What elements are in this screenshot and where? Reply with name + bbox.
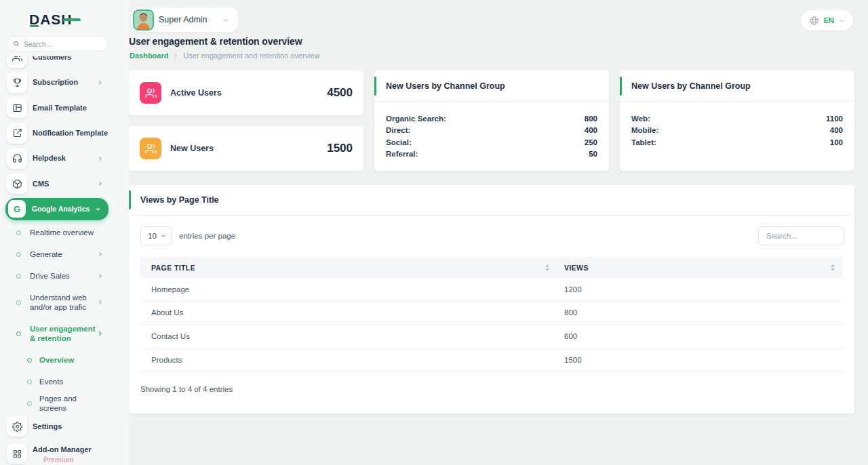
table-footer-status: Showing 1 to 4 of 4 entries bbox=[140, 385, 843, 393]
google-analytics-icon: G bbox=[8, 200, 26, 218]
sidebar-subitem-drive-sales[interactable]: Drive Sales bbox=[0, 265, 129, 287]
circle-icon bbox=[16, 252, 21, 257]
logo-accent-underline bbox=[30, 25, 39, 27]
grid-icon bbox=[7, 443, 27, 464]
circle-icon bbox=[27, 380, 32, 384]
accent-bar bbox=[620, 77, 622, 96]
table-row: Homepage1200 bbox=[140, 278, 843, 302]
views-by-page-title-card: Views by Page Title 10 entries per page … bbox=[129, 185, 854, 413]
sidebar-subitem-user-engagement-retention[interactable]: User engagement & retention bbox=[0, 318, 129, 349]
users-icon bbox=[140, 82, 161, 104]
breadcrumb-dashboard-link[interactable]: Dashboard bbox=[130, 52, 168, 60]
entries-per-page-label: entries per page bbox=[179, 232, 235, 240]
new-users-value: 1500 bbox=[327, 142, 353, 155]
circle-icon bbox=[27, 358, 32, 363]
chevron-right-icon bbox=[97, 79, 103, 85]
table-row: About Us800 bbox=[140, 302, 843, 325]
sidebar-subitem-understand-web-traffic[interactable]: Understand web and/or app trafic bbox=[0, 287, 129, 318]
chevron-right-icon bbox=[173, 53, 178, 58]
chevron-down-icon bbox=[222, 17, 229, 23]
language-selector[interactable]: EN bbox=[801, 10, 853, 31]
sort-icon[interactable] bbox=[545, 264, 549, 271]
channel-group-card-2: New Users by Channel Group Web:1100 Mobi… bbox=[620, 70, 854, 171]
chevron-down-icon bbox=[161, 233, 166, 239]
sidebar-item-helpdesk[interactable]: Helpdesk bbox=[0, 146, 129, 171]
channel-row: Mobile:400 bbox=[631, 125, 843, 137]
sidebar-subitem-realtime-overview[interactable]: Realtime overview bbox=[0, 222, 129, 243]
users-icon bbox=[140, 138, 161, 159]
chevron-down-icon bbox=[95, 206, 101, 212]
sidebar-item-notification-template[interactable]: Notification Template bbox=[0, 121, 129, 146]
column-header-views[interactable]: VIEWS bbox=[557, 257, 843, 278]
channel-row: Referral:50 bbox=[386, 148, 597, 161]
breadcrumb-current: User engagement and retention overview bbox=[183, 52, 319, 60]
sidebar-subitem-events[interactable]: Events bbox=[0, 371, 129, 392]
globe-icon bbox=[809, 16, 819, 26]
active-users-card: Active Users 4500 bbox=[129, 70, 363, 115]
sidebar-menu: Customers Subscription Email Template bbox=[0, 56, 129, 465]
channel-row: Tablet:100 bbox=[631, 136, 843, 148]
circle-icon bbox=[16, 331, 21, 336]
accent-bar bbox=[374, 77, 376, 96]
chevron-right-icon bbox=[97, 251, 103, 258]
channel-row: Web:1100 bbox=[631, 113, 843, 125]
table-row: Contact Us600 bbox=[140, 325, 843, 348]
active-users-value: 4500 bbox=[327, 86, 353, 100]
sidebar-item-cms[interactable]: CMS bbox=[0, 171, 129, 196]
premium-badge: Premium bbox=[43, 456, 92, 464]
users-icon bbox=[7, 56, 27, 68]
table-header-row: PAGE TITLE VIEWS bbox=[140, 257, 843, 278]
chevron-right-icon bbox=[97, 300, 103, 306]
views-table: PAGE TITLE VIEWS Homepage1200 About Us80… bbox=[140, 257, 843, 371]
avatar bbox=[133, 9, 154, 31]
circle-icon bbox=[16, 274, 21, 279]
gear-icon bbox=[7, 416, 27, 437]
channel-row: Social:250 bbox=[386, 136, 597, 148]
table-row: Products1500 bbox=[140, 348, 843, 372]
sidebar-item-email-template[interactable]: Email Template bbox=[0, 96, 129, 121]
page-size-select[interactable]: 10 bbox=[140, 226, 172, 245]
breadcrumb: Dashboard User engagement and retention … bbox=[130, 52, 320, 60]
sidebar-item-customers[interactable]: Customers bbox=[0, 56, 129, 70]
sidebar-subitem-generate[interactable]: Generate bbox=[0, 243, 129, 265]
sidebar-item-settings[interactable]: Settings bbox=[0, 414, 129, 439]
card-title: Views by Page Title bbox=[129, 185, 854, 216]
sidebar-search-input[interactable] bbox=[24, 40, 102, 48]
sidebar-subitem-pages-and-screens[interactable]: Pages and screens bbox=[0, 392, 129, 414]
sidebar: DASH Customers Subscription bbox=[0, 0, 129, 465]
headphones-icon bbox=[7, 148, 27, 169]
circle-icon bbox=[16, 300, 21, 305]
circle-icon bbox=[16, 230, 21, 235]
chevron-right-icon bbox=[97, 331, 103, 337]
search-icon bbox=[13, 40, 20, 47]
channel-row: Organic Search:800 bbox=[386, 113, 597, 125]
trophy-icon bbox=[7, 73, 27, 93]
user-menu[interactable]: Super Admin bbox=[131, 7, 238, 32]
chevron-right-icon bbox=[97, 181, 103, 187]
chevron-right-icon bbox=[97, 155, 103, 161]
external-link-icon bbox=[7, 123, 27, 144]
logo-accent-dash bbox=[63, 18, 81, 21]
table-search-input[interactable] bbox=[766, 232, 836, 240]
sidebar-item-addon-manager[interactable]: Add-on Manager Premium bbox=[0, 439, 129, 465]
sidebar-item-subscription[interactable]: Subscription bbox=[0, 70, 129, 95]
sidebar-subitem-overview[interactable]: Overview bbox=[0, 349, 129, 371]
sort-icon[interactable] bbox=[831, 264, 835, 271]
card-title: New Users by Channel Group bbox=[374, 70, 609, 102]
page-title: User engagement & retention overview bbox=[129, 36, 302, 47]
channel-group-card-1: New Users by Channel Group Organic Searc… bbox=[374, 70, 609, 171]
chevron-right-icon bbox=[97, 273, 103, 279]
sidebar-item-google-analytics[interactable]: G Google Analytics bbox=[5, 198, 108, 220]
box-icon bbox=[7, 174, 27, 194]
new-users-card: New Users 1500 bbox=[129, 126, 363, 171]
table-search[interactable] bbox=[758, 226, 844, 245]
sidebar-search[interactable] bbox=[7, 36, 108, 52]
layout-icon bbox=[7, 98, 27, 118]
card-title: New Users by Channel Group bbox=[620, 70, 854, 102]
chevron-down-icon bbox=[839, 18, 845, 24]
channel-row: Direct:400 bbox=[386, 125, 597, 137]
circle-icon bbox=[27, 401, 32, 406]
column-header-page-title[interactable]: PAGE TITLE bbox=[140, 257, 557, 278]
app-logo[interactable]: DASH bbox=[29, 12, 73, 28]
